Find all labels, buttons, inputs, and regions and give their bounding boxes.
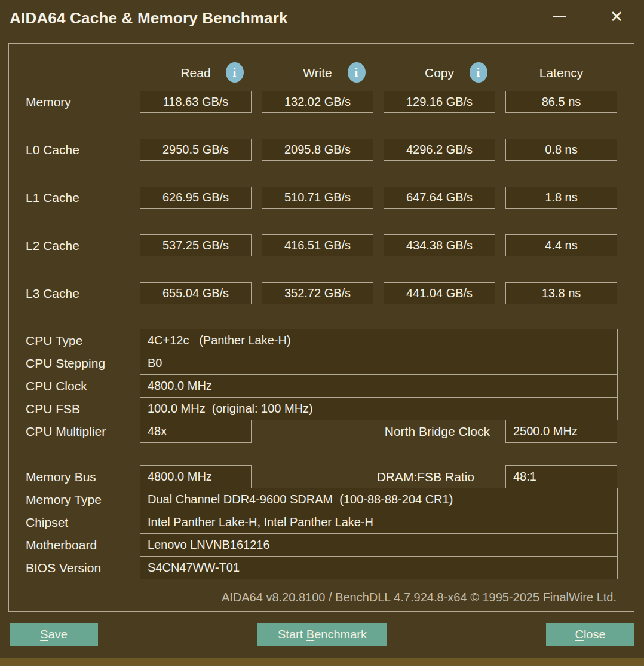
info-icon[interactable]: i: [226, 62, 244, 83]
label-north-bridge-clock: North Bridge Clock: [260, 420, 490, 443]
cpu-clock-value: 4800.0 MHz: [140, 374, 618, 398]
label-dram-fsb-ratio: DRAM:FSB Ratio: [260, 465, 474, 488]
l0-write-value: 2095.8 GB/s: [262, 139, 373, 161]
close-button[interactable]: ✕: [601, 2, 632, 31]
chipset-value: Intel Panther Lake-H, Intel Panther Lake…: [140, 511, 618, 534]
dram-fsb-ratio-value: 48:1: [505, 465, 617, 488]
l3-copy-value: 441.04 GB/s: [384, 282, 495, 304]
label-cpu-stepping: CPU Stepping: [26, 352, 105, 375]
l3-write-value: 352.72 GB/s: [262, 282, 373, 304]
close-dialog-button[interactable]: Close: [546, 623, 634, 646]
label-chipset: Chipset: [26, 511, 68, 534]
label-cpu-multiplier: CPU Multiplier: [26, 420, 106, 443]
save-button[interactable]: Save: [10, 623, 98, 646]
memory-read-value: 118.63 GB/s: [140, 91, 252, 113]
label-bios-version: BIOS Version: [26, 556, 101, 579]
bios-version-value: S4CN47WW-T01: [140, 556, 618, 579]
l0-latency-value: 0.8 ns: [505, 139, 617, 161]
minimize-button[interactable]: [544, 2, 575, 31]
label-cpu-type: CPU Type: [26, 329, 82, 352]
bottom-bar: [0, 658, 644, 666]
cpu-multiplier-value: 48x: [140, 420, 252, 443]
column-header-latency: Latency: [505, 62, 617, 84]
version-text: AIDA64 v8.20.8100 / BenchDLL 4.7.924.8-x…: [222, 591, 617, 604]
minimize-icon: [553, 16, 566, 17]
cpu-stepping-value: B0: [140, 352, 618, 375]
l3-latency-value: 13.8 ns: [505, 282, 617, 304]
table-row: L0 Cache 2950.5 GB/s 2095.8 GB/s 4296.2 …: [9, 139, 634, 161]
label-memory-bus: Memory Bus: [26, 465, 96, 488]
memory-latency-value: 86.5 ns: [505, 91, 617, 113]
memory-write-value: 132.02 GB/s: [262, 91, 373, 113]
l1-copy-value: 647.64 GB/s: [384, 187, 495, 209]
label-cpu-fsb: CPU FSB: [26, 397, 80, 420]
row-label-l3-cache: L3 Cache: [26, 282, 79, 304]
l2-copy-value: 434.38 GB/s: [384, 234, 495, 256]
column-header-copy: Copy i: [384, 62, 495, 84]
memory-bus-value: 4800.0 MHz: [140, 465, 252, 488]
column-header-write: Write i: [262, 62, 373, 84]
info-icon[interactable]: i: [470, 62, 487, 83]
cpu-type-value: 4C+12c (Panther Lake-H): [140, 329, 618, 352]
l1-write-value: 510.71 GB/s: [262, 187, 373, 209]
l3-read-value: 655.04 GB/s: [140, 282, 252, 304]
label-memory-type: Memory Type: [26, 488, 102, 511]
titlebar: AIDA64 Cache & Memory Benchmark ✕: [0, 0, 644, 36]
column-header-read: Read i: [140, 62, 252, 84]
table-row: Memory 118.63 GB/s 132.02 GB/s 129.16 GB…: [9, 91, 634, 113]
row-label-l0-cache: L0 Cache: [26, 139, 79, 161]
cpu-fsb-value: 100.0 MHz (original: 100 MHz): [140, 397, 618, 420]
row-label-l1-cache: L1 Cache: [26, 187, 79, 209]
l2-latency-value: 4.4 ns: [505, 234, 617, 256]
motherboard-value: Lenovo LNVNB161216: [140, 533, 618, 557]
l0-copy-value: 4296.2 GB/s: [384, 139, 495, 161]
table-row: L3 Cache 655.04 GB/s 352.72 GB/s 441.04 …: [9, 282, 634, 304]
memory-copy-value: 129.16 GB/s: [384, 91, 495, 113]
l0-read-value: 2950.5 GB/s: [140, 139, 252, 161]
north-bridge-clock-value: 2500.0 MHz: [505, 420, 617, 443]
l2-read-value: 537.25 GB/s: [140, 234, 252, 256]
l1-latency-value: 1.8 ns: [505, 187, 617, 209]
window-title: AIDA64 Cache & Memory Benchmark: [10, 0, 288, 36]
label-motherboard: Motherboard: [26, 533, 97, 557]
row-label-memory: Memory: [26, 91, 71, 113]
l1-read-value: 626.95 GB/s: [140, 187, 252, 209]
start-benchmark-button[interactable]: Start Benchmark: [257, 623, 387, 646]
label-cpu-clock: CPU Clock: [26, 374, 87, 398]
l2-write-value: 416.51 GB/s: [262, 234, 373, 256]
memory-type-value: Dual Channel DDR4-9600 SDRAM (100-88-88-…: [140, 488, 618, 511]
close-icon: ✕: [610, 9, 624, 25]
table-row: L1 Cache 626.95 GB/s 510.71 GB/s 647.64 …: [9, 187, 634, 209]
benchmark-panel: Read i Write i Copy i Latency Memory 118…: [8, 43, 634, 612]
info-icon[interactable]: i: [348, 62, 366, 83]
row-label-l2-cache: L2 Cache: [26, 234, 79, 256]
table-row: L2 Cache 537.25 GB/s 416.51 GB/s 434.38 …: [9, 234, 634, 256]
